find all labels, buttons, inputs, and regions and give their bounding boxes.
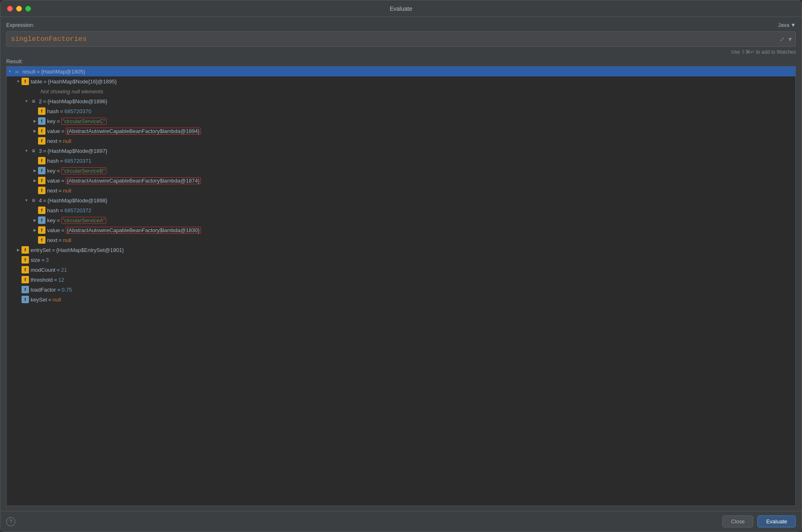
toggle-value1[interactable]: ▶: [31, 128, 38, 134]
node-name: next: [47, 138, 57, 144]
toggle-root[interactable]: ▼: [7, 68, 13, 75]
result-label: Result:: [6, 58, 796, 64]
tree-row[interactable]: ▶fkey = "circularServiceA": [7, 215, 795, 225]
node-name: key: [47, 168, 55, 174]
tree-row[interactable]: fthreshold = 12: [7, 275, 795, 285]
toggle-node3[interactable]: ▼: [23, 147, 30, 154]
toggle-node4[interactable]: ▼: [23, 197, 30, 204]
evaluate-window: Evaluate Expression: Java ▼ ⤢ ▼ Use ⇧⌘↵ …: [0, 0, 802, 532]
tree-row[interactable]: ▼ftable = {HashMap$Node[16]@1895}: [7, 76, 795, 86]
expression-input[interactable]: [9, 32, 780, 46]
toggle-key3[interactable]: ▶: [31, 217, 38, 223]
toggle-value3[interactable]: ▶: [31, 227, 38, 233]
tree-row[interactable]: ▼≡2 = {HashMap$Node@1896}: [7, 96, 795, 106]
help-button[interactable]: ?: [6, 517, 15, 526]
tree-row[interactable]: ▶fkey = "circularServiceC": [7, 116, 795, 126]
tree-row[interactable]: ▶fentrySet = {HashMap$EntrySet@1901}: [7, 245, 795, 255]
evaluate-button[interactable]: Evaluate: [757, 515, 796, 527]
language-arrow: ▼: [790, 22, 796, 28]
icon-f-blue: f: [38, 167, 45, 174]
node-value: {HashMap$Node@1896}: [48, 98, 107, 104]
close-traffic-light[interactable]: [7, 6, 13, 12]
tree-row[interactable]: ▶fkey = "circularServiceB": [7, 166, 795, 176]
tree-row[interactable]: fhash = 685720372: [7, 205, 795, 215]
tree-row[interactable]: fhash = 685720370: [7, 106, 795, 116]
tree-row[interactable]: floadFactor = 0.75: [7, 285, 795, 294]
toggle-not-showing[interactable]: [23, 88, 30, 95]
toggle-loadFactor[interactable]: [15, 286, 21, 293]
toggle-next1[interactable]: [31, 138, 38, 144]
tree-row[interactable]: fmodCount = 21: [7, 265, 795, 275]
node-value: 685720371: [64, 158, 91, 164]
node-value: 12: [58, 277, 64, 283]
node-name: hash: [47, 108, 59, 114]
icon-list: ≡: [30, 197, 37, 204]
close-button[interactable]: Close: [722, 515, 753, 527]
node-name: key: [47, 118, 55, 124]
node-value: {HashMap$EntrySet@1901}: [56, 247, 124, 253]
node-value: {HashMap$Node@1897}: [48, 148, 107, 154]
language-selector[interactable]: Java ▼: [778, 22, 796, 28]
tree-row[interactable]: ▶fvalue = {AbstractAutowireCapableBeanFa…: [7, 126, 795, 136]
maximize-traffic-light[interactable]: [25, 6, 31, 12]
toggle-hash1[interactable]: [31, 108, 38, 114]
tree-row[interactable]: fhash = 685720371: [7, 156, 795, 166]
node-equals: =: [60, 158, 63, 164]
node-name: key: [47, 217, 55, 223]
node-value: {AbstractAutowireCapableBeanFactory$lamb…: [66, 227, 201, 234]
result-tree[interactable]: ▼∞result = {HashMap@1805}▼ftable = {Hash…: [6, 66, 796, 506]
tree-row[interactable]: fsize = 3: [7, 255, 795, 265]
tree-row[interactable]: fkeySet = null: [7, 294, 795, 304]
node-value: 685720370: [64, 108, 91, 114]
toggle-value2[interactable]: ▶: [31, 177, 38, 184]
node-equals: =: [61, 227, 64, 233]
toggle-key1[interactable]: ▶: [31, 118, 38, 124]
node-name: value: [47, 178, 60, 184]
icon-f: f: [38, 157, 45, 164]
tree-row[interactable]: ▼≡3 = {HashMap$Node@1897}: [7, 146, 795, 156]
tree-row[interactable]: ▼∞result = {HashMap@1805}: [7, 66, 795, 76]
toggle-table[interactable]: ▼: [15, 78, 21, 85]
icon-f: f: [21, 78, 29, 85]
tree-row[interactable]: fnext = null: [7, 136, 795, 146]
toggle-keySet[interactable]: [15, 296, 21, 303]
icon-f: f: [21, 276, 29, 283]
node-value: {AbstractAutowireCapableBeanFactory$lamb…: [66, 128, 201, 135]
minimize-traffic-light[interactable]: [16, 6, 22, 12]
tree-row[interactable]: Not showing null elements: [7, 86, 795, 96]
icon-infinity: ∞: [13, 68, 21, 75]
toggle-node2[interactable]: ▼: [23, 98, 30, 104]
toggle-threshold[interactable]: [15, 276, 21, 283]
footer-buttons: Close Evaluate: [722, 515, 796, 527]
node-name: value: [47, 128, 60, 134]
expand-icon[interactable]: ⤢: [780, 36, 785, 43]
toggle-entrySet[interactable]: ▶: [15, 247, 21, 253]
tree-row[interactable]: fnext = null: [7, 185, 795, 195]
input-icons: ⤢ ▼: [780, 36, 793, 43]
tree-row[interactable]: ▶fvalue = {AbstractAutowireCapableBeanFa…: [7, 225, 795, 235]
icon-f: f: [38, 107, 45, 115]
node-equals: =: [43, 78, 47, 85]
tree-row[interactable]: fnext = null: [7, 235, 795, 245]
tree-row[interactable]: ▼≡4 = {HashMap$Node@1898}: [7, 195, 795, 205]
node-equals: =: [43, 98, 46, 104]
toggle-next3[interactable]: [31, 237, 38, 243]
node-equals: =: [61, 128, 64, 134]
toggle-size[interactable]: [15, 256, 21, 263]
toggle-next2[interactable]: [31, 187, 38, 194]
dropdown-icon[interactable]: ▼: [787, 36, 793, 43]
node-name: modCount: [31, 267, 55, 273]
node-value: 3: [46, 257, 49, 263]
node-equals: =: [59, 188, 62, 194]
tree-row[interactable]: ▶fvalue = {AbstractAutowireCapableBeanFa…: [7, 176, 795, 185]
node-equals: =: [60, 108, 63, 114]
icon-f: f: [38, 207, 45, 214]
node-value: null: [63, 237, 71, 243]
title-bar: Evaluate: [0, 0, 802, 17]
toggle-key2[interactable]: ▶: [31, 167, 38, 174]
toggle-modCount[interactable]: [15, 266, 21, 273]
toggle-hash2[interactable]: [31, 157, 38, 164]
node-equals: =: [57, 168, 60, 174]
toggle-hash3[interactable]: [31, 207, 38, 214]
node-name: next: [47, 237, 57, 243]
